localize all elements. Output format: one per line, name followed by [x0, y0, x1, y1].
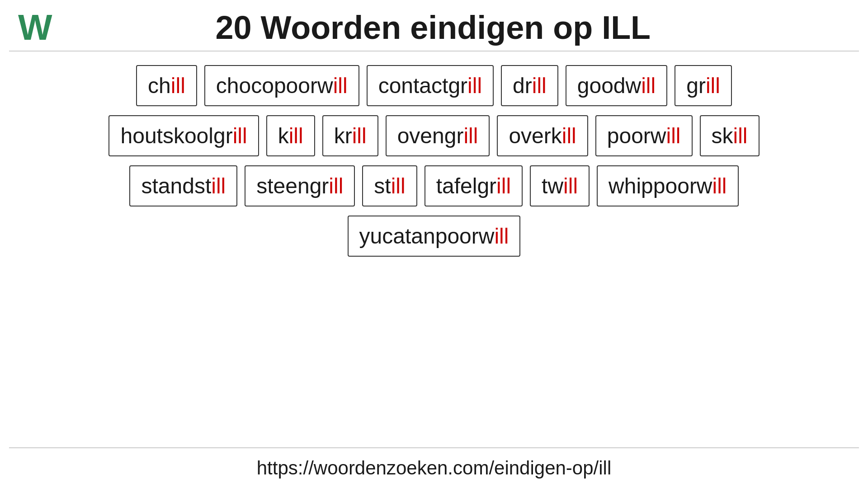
word-box: ovengrill [386, 115, 490, 156]
word-box: drill [501, 65, 558, 106]
word-suffix: ill [391, 174, 406, 198]
page-title: 20 Woorden eindigen op ILL [66, 9, 800, 46]
word-row-3: yucatanpoorwill [27, 216, 841, 257]
word-box: grill [675, 65, 732, 106]
logo-w: W [18, 9, 52, 46]
word-suffix: ill [211, 174, 226, 198]
word-suffix: ill [712, 174, 727, 198]
word-box: tafelgrill [425, 165, 523, 206]
word-box: chocopoorwill [204, 65, 359, 106]
word-box: chill [136, 65, 197, 106]
word-row-2: standstillsteengrillstilltafelgrilltwill… [27, 165, 841, 206]
word-suffix: ill [494, 224, 509, 249]
word-box: houtskoolgrill [108, 115, 259, 156]
word-box: whippoorwill [597, 165, 738, 206]
word-box: steengrill [245, 165, 355, 206]
word-prefix: houtskoolgr [120, 123, 232, 148]
word-suffix: ill [352, 123, 367, 148]
word-suffix: ill [641, 73, 656, 98]
word-box: contactgrill [367, 65, 494, 106]
word-box: goodwill [566, 65, 667, 106]
word-prefix: goodw [577, 73, 641, 98]
word-suffix: ill [171, 73, 185, 98]
word-box: twill [530, 165, 590, 206]
word-suffix: ill [289, 123, 303, 148]
word-suffix: ill [467, 73, 482, 98]
words-content: chillchocopoorwillcontactgrilldrillgoodw… [0, 52, 868, 447]
word-prefix: overk [509, 123, 561, 148]
word-suffix: ill [562, 123, 576, 148]
word-box: kill [266, 115, 315, 156]
word-prefix: steengr [256, 174, 329, 198]
word-prefix: standst [141, 174, 211, 198]
word-suffix: ill [563, 174, 578, 198]
word-prefix: poorw [607, 123, 666, 148]
word-box: poorwill [595, 115, 693, 156]
word-prefix: whippoorw [609, 174, 712, 198]
word-prefix: gr [686, 73, 706, 98]
word-suffix: ill [233, 123, 247, 148]
word-row-0: chillchocopoorwillcontactgrilldrillgoodw… [27, 65, 841, 106]
word-prefix: tafelgr [436, 174, 496, 198]
footer-url: https://woordenzoeken.com/eindigen-op/il… [0, 448, 868, 488]
word-prefix: tw [542, 174, 563, 198]
word-suffix: ill [463, 123, 478, 148]
word-box: yucatanpoorwill [348, 216, 521, 257]
word-suffix: ill [329, 174, 343, 198]
word-prefix: ovengr [397, 123, 464, 148]
word-prefix: sk [712, 123, 733, 148]
word-prefix: kr [334, 123, 352, 148]
word-prefix: chocopoorw [216, 73, 333, 98]
word-prefix: contactgr [378, 73, 467, 98]
word-prefix: dr [513, 73, 532, 98]
word-box: standstill [129, 165, 237, 206]
word-box: krill [322, 115, 378, 156]
word-prefix: ch [148, 73, 171, 98]
word-row-1: houtskoolgrillkillkrillovengrilloverkill… [27, 115, 841, 156]
word-suffix: ill [496, 174, 511, 198]
page-header: W 20 Woorden eindigen op ILL [0, 0, 868, 51]
word-box: still [362, 165, 417, 206]
word-suffix: ill [733, 123, 748, 148]
word-prefix: yucatanpoorw [359, 224, 495, 249]
word-suffix: ill [706, 73, 720, 98]
word-box: overkill [497, 115, 588, 156]
word-prefix: st [374, 174, 391, 198]
word-suffix: ill [532, 73, 547, 98]
word-suffix: ill [333, 73, 348, 98]
word-box: skill [700, 115, 760, 156]
word-suffix: ill [666, 123, 681, 148]
word-prefix: k [278, 123, 289, 148]
